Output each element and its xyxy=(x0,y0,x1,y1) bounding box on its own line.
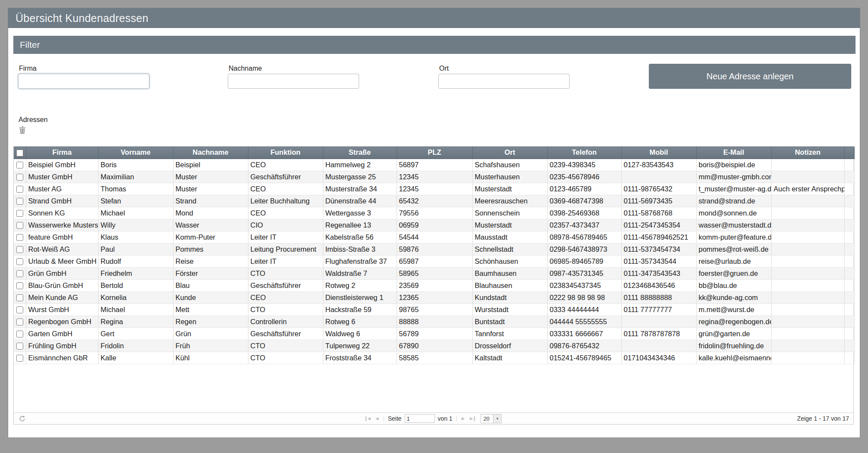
table-cell: 58585 xyxy=(397,352,472,364)
table-cell: Mett xyxy=(173,303,248,316)
table-row[interactable]: Urlaub & Meer GmbHRudolfReiseLeiter ITFl… xyxy=(14,255,854,267)
table-row[interactable]: feature GmbHKlausKomm-PuterLeiter ITKabe… xyxy=(14,231,854,243)
prev-page-button[interactable]: ◄ xyxy=(375,416,380,421)
firma-input[interactable] xyxy=(18,74,149,89)
last-page-icon xyxy=(474,416,475,421)
table-cell: Rotweg 6 xyxy=(323,316,397,328)
row-checkbox-cell[interactable] xyxy=(14,171,26,183)
column-header-stra-e[interactable]: Straße xyxy=(323,147,397,159)
table-cell: Musterstraße 34 xyxy=(323,183,397,195)
table-cell: Regen xyxy=(173,316,248,328)
table-row[interactable]: Eismännchen GbRKalleKühlCTOFroststraße 3… xyxy=(14,352,854,364)
row-checkbox-cell[interactable] xyxy=(14,340,26,352)
row-checkbox[interactable] xyxy=(16,198,23,205)
row-checkbox[interactable] xyxy=(16,222,23,229)
column-header-vorname[interactable]: Vorname xyxy=(98,147,173,159)
row-checkbox-cell[interactable] xyxy=(14,195,26,207)
table-row[interactable]: Garten GmbHGertGrünGeschäftsführerWaldwe… xyxy=(14,328,854,340)
table-row[interactable]: Sonnen KGMichaelMondCEOWettergasse 37955… xyxy=(14,207,854,219)
table-cell: Regina xyxy=(98,316,173,328)
table-row[interactable]: Muster AGThomasMusterCEOMusterstraße 341… xyxy=(14,183,854,195)
column-header-telefon[interactable]: Telefon xyxy=(547,147,621,159)
table-cell xyxy=(771,340,844,352)
row-checkbox[interactable] xyxy=(16,270,23,277)
row-checkbox[interactable] xyxy=(16,186,23,193)
last-page-button[interactable]: ► xyxy=(469,416,475,421)
table-cell: Maximilian xyxy=(98,171,173,183)
row-checkbox-cell[interactable] xyxy=(14,352,26,364)
table-cell: 65432 xyxy=(397,195,472,207)
next-page-button[interactable]: ► xyxy=(461,416,466,421)
column-header-notizen[interactable]: Notizen xyxy=(771,147,844,159)
column-header-ort[interactable]: Ort xyxy=(472,147,547,159)
table-cell xyxy=(771,328,844,340)
table-row[interactable]: Grün GmbHFriedhelmFörsterCTOWaldstraße 7… xyxy=(14,267,854,279)
table-cell: Kornelia xyxy=(98,291,173,303)
table-cell: Bertold xyxy=(98,279,173,291)
column-header-plz[interactable]: PLZ xyxy=(397,147,472,159)
row-checkbox-cell[interactable] xyxy=(14,243,26,255)
table-row[interactable]: Muster GmbHMaximilianMusterGeschäftsführ… xyxy=(14,171,854,183)
row-checkbox[interactable] xyxy=(16,174,23,181)
table-row[interactable]: Beispiel GmbHBorisBeispielCEOHammelweg 2… xyxy=(14,159,854,171)
column-header-mobil[interactable]: Mobil xyxy=(621,147,696,159)
row-checkbox-cell[interactable] xyxy=(14,183,26,195)
table-cell: Leiter Buchhaltung xyxy=(248,195,323,207)
first-page-button[interactable]: ◄ xyxy=(366,416,372,421)
select-all-checkbox[interactable] xyxy=(16,150,23,156)
select-all-header-cell[interactable] xyxy=(14,147,26,159)
table-row[interactable]: Regenbogen GmbHReginaRegenControllerinRo… xyxy=(14,316,854,328)
pager-separator xyxy=(456,416,457,422)
table-row[interactable]: Strand GmbHStefanStrandLeiter Buchhaltun… xyxy=(14,195,854,207)
table-cell: Imbiss-Straße 3 xyxy=(323,243,397,255)
row-checkbox-cell[interactable] xyxy=(14,255,26,267)
row-checkbox[interactable] xyxy=(16,319,23,325)
table-cell: 59876 xyxy=(397,243,472,255)
table-cell: feature GmbH xyxy=(26,231,98,243)
table-row[interactable]: Rot-Weiß AGPaulPommesLeitung Procurement… xyxy=(14,243,854,255)
column-header-funktion[interactable]: Funktion xyxy=(248,147,323,159)
table-row[interactable]: Wurst GmbHMichaelMettCTOHackstraße 59987… xyxy=(14,303,854,316)
row-checkbox[interactable] xyxy=(16,294,23,301)
row-checkbox[interactable] xyxy=(16,210,23,217)
table-cell: 0222 98 98 98 98 xyxy=(547,291,621,303)
row-checkbox-cell[interactable] xyxy=(14,328,26,340)
nachname-input[interactable] xyxy=(228,74,359,89)
row-checkbox[interactable] xyxy=(16,162,23,169)
delete-address-button[interactable] xyxy=(18,126,27,135)
ort-input[interactable] xyxy=(438,74,570,89)
table-row[interactable]: Blau-Grün GmbHBertoldBlauGeschäftsführer… xyxy=(14,279,854,291)
table-cell xyxy=(771,352,844,364)
table-row[interactable]: Wasserwerke MusterstadtWillyWasserCIOReg… xyxy=(14,219,854,231)
row-checkbox-cell[interactable] xyxy=(14,279,26,291)
row-checkbox[interactable] xyxy=(16,234,23,241)
column-header-firma[interactable]: Firma xyxy=(26,147,98,159)
refresh-icon[interactable] xyxy=(19,416,25,422)
table-cell: 56789 xyxy=(397,328,472,340)
new-address-button[interactable]: Neue Adresse anlegen xyxy=(649,64,851,89)
row-checkbox-cell[interactable] xyxy=(14,267,26,279)
row-checkbox[interactable] xyxy=(16,258,23,265)
table-cell: t_muster@muster-ag.de xyxy=(696,183,771,195)
table-cell: Pommes xyxy=(173,243,248,255)
row-checkbox[interactable] xyxy=(16,246,23,253)
table-cell: Komm-Puter xyxy=(173,231,248,243)
page-number-input[interactable] xyxy=(405,414,435,423)
row-checkbox[interactable] xyxy=(16,282,23,289)
table-row[interactable]: Frühling GmbHFridolinFrühCTOTulpenweg 22… xyxy=(14,340,854,352)
row-checkbox-cell[interactable] xyxy=(14,291,26,303)
row-checkbox-cell[interactable] xyxy=(14,231,26,243)
row-checkbox-cell[interactable] xyxy=(14,303,26,316)
row-checkbox-cell[interactable] xyxy=(14,207,26,219)
row-checkbox-cell[interactable] xyxy=(14,316,26,328)
column-header-nachname[interactable]: Nachname xyxy=(173,147,248,159)
table-row[interactable]: Mein Kunde AGKorneliaKundeCEODienstleist… xyxy=(14,291,854,303)
row-checkbox-cell[interactable] xyxy=(14,219,26,231)
row-checkbox[interactable] xyxy=(16,306,23,313)
column-header-e-mail[interactable]: E-Mail xyxy=(696,147,771,159)
row-checkbox[interactable] xyxy=(16,343,23,350)
page-size-select[interactable]: 20 ▼ xyxy=(480,414,502,423)
row-checkbox[interactable] xyxy=(16,355,23,362)
row-checkbox[interactable] xyxy=(16,331,23,337)
row-checkbox-cell[interactable] xyxy=(14,159,26,171)
